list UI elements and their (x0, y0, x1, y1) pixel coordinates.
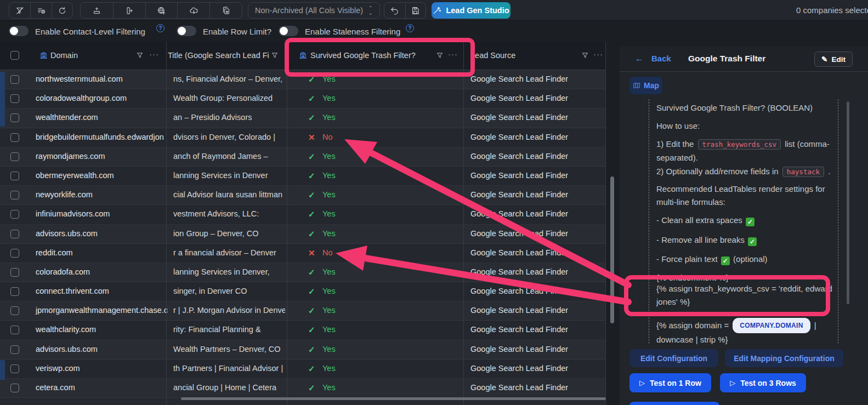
domain-cell[interactable]: bridgebuildermutualfunds.edwardjon (36, 133, 164, 141)
title-cell[interactable]: ancial Group | Home | Cetera (173, 383, 285, 392)
row-checkbox[interactable] (10, 249, 19, 258)
back-button[interactable]: ←Back (635, 54, 671, 64)
row-checkbox[interactable] (10, 326, 19, 334)
title-cell[interactable]: lanning Services in Denver (173, 171, 285, 180)
add-row-icon[interactable] (81, 3, 113, 18)
title-cell[interactable]: r | J.P. Morgan Advisor in Denver, (173, 306, 285, 315)
partially-visible-button[interactable] (629, 402, 719, 405)
row-checkbox[interactable] (10, 94, 19, 103)
globe-upload-icon[interactable] (145, 3, 178, 18)
undo-icon[interactable] (384, 3, 405, 18)
survived-cell[interactable]: Yes (322, 171, 336, 180)
clear-sort-icon[interactable] (30, 3, 51, 18)
column-header-domain[interactable]: Domain (50, 51, 78, 60)
survived-cell[interactable]: No (322, 248, 333, 257)
add-column-icon[interactable] (113, 3, 145, 18)
domain-cell[interactable]: northwesternmutual.com (36, 75, 123, 83)
domain-cell[interactable]: reddit.com (36, 248, 73, 257)
title-cell[interactable]: rity: Financial Planning & (173, 325, 285, 334)
map-button[interactable]: Map (629, 77, 662, 94)
lead-source-cell[interactable]: Google Search Lead Finder (470, 190, 568, 199)
filter-funnel-icon[interactable] (136, 52, 144, 59)
domain-cell[interactable]: newyorklife.com (36, 190, 93, 199)
survived-cell[interactable]: Yes (322, 345, 336, 353)
vertical-scrollbar[interactable] (610, 176, 614, 323)
edit-configuration-button[interactable]: Edit Configuration (629, 349, 718, 367)
survived-cell[interactable]: Yes (322, 94, 336, 102)
edit-button[interactable]: ✎Edit (814, 52, 853, 67)
filter-funnel-icon[interactable] (436, 52, 444, 59)
lead-source-cell[interactable]: Google Search Lead Finder (470, 267, 568, 276)
row-checkbox[interactable] (10, 287, 19, 296)
title-cell[interactable]: Wealth Group: Personalized (173, 94, 285, 102)
test-on-1-row-button[interactable]: ▷Test on 1 Row (629, 373, 711, 392)
title-cell[interactable]: singer, in Denver CO (173, 287, 285, 295)
survived-cell[interactable]: Yes (322, 267, 336, 276)
title-cell[interactable]: r a financial advisor – Denver (173, 248, 285, 257)
title-cell[interactable]: cial Advisor laura susan littman (173, 190, 285, 199)
domain-cell[interactable]: wealthtender.com (36, 113, 98, 122)
row-checkbox[interactable] (10, 210, 19, 219)
row-checkbox[interactable] (10, 75, 19, 84)
lead-source-cell[interactable]: Google Search Lead Finder (470, 306, 568, 315)
domain-cell[interactable]: cetera.com (36, 383, 75, 392)
lead-source-cell[interactable]: Google Search Lead Finder (470, 287, 568, 295)
row-checkbox[interactable] (10, 113, 19, 122)
help-icon[interactable]: ? (406, 24, 414, 32)
filter-off-icon[interactable] (9, 3, 30, 18)
panel-scrollbar[interactable] (847, 101, 849, 304)
contact-level-filtering-toggle[interactable] (9, 26, 29, 36)
title-cell[interactable]: ion Group – Denver, CO (173, 229, 285, 238)
column-header-title[interactable]: Title (Google Search Lead Fi (168, 51, 269, 60)
title-cell[interactable]: anch of Raymond James – (173, 152, 285, 161)
survived-cell[interactable]: Yes (322, 325, 336, 334)
domain-cell[interactable]: infiniumadvisors.com (36, 209, 110, 218)
staleness-filtering-toggle[interactable] (279, 26, 298, 36)
domain-cell[interactable]: wealthclarity.com (36, 325, 96, 334)
filter-funnel-icon[interactable] (271, 52, 279, 59)
survived-cell[interactable]: Yes (322, 75, 336, 83)
domain-cell[interactable]: raymondjames.com (36, 152, 105, 161)
title-cell[interactable]: dvisors in Denver, Colorado | (173, 133, 285, 141)
survived-cell[interactable]: Yes (322, 383, 336, 392)
domain-cell[interactable]: coloradofa.com (36, 267, 90, 276)
title-cell[interactable]: th Partners | Financial Advisor | (173, 364, 285, 373)
survived-cell[interactable]: Yes (322, 190, 336, 199)
survived-cell[interactable]: Yes (322, 152, 336, 161)
edit-mapping-configuration-button[interactable]: Edit Mapping Configuration (725, 349, 843, 367)
lead-source-cell[interactable]: Google Search Lead Finder (470, 383, 568, 392)
cloud-download-icon[interactable] (177, 3, 209, 18)
lead-source-cell[interactable]: Google Search Lead Finder (470, 75, 568, 83)
row-checkbox[interactable] (10, 345, 19, 354)
row-checkbox[interactable] (10, 191, 19, 199)
select-all-checkbox[interactable] (10, 51, 19, 60)
row-checkbox[interactable] (10, 384, 19, 392)
help-icon[interactable]: ? (156, 24, 164, 32)
save-icon[interactable] (405, 3, 426, 18)
lead-source-cell[interactable]: Google Search Lead Finder (470, 171, 568, 180)
row-checkbox[interactable] (10, 133, 19, 142)
row-limit-toggle[interactable] (177, 26, 196, 36)
duplicate-sparkle-icon[interactable] (209, 3, 242, 18)
column-header-lead-source[interactable]: Lead Source (470, 51, 515, 60)
survived-cell[interactable]: Yes (322, 113, 336, 122)
column-header-survived-filter[interactable]: Survived Google Trash Filter? (310, 51, 416, 60)
title-cell[interactable]: lanning Services in Denver, (173, 267, 285, 276)
lead-source-cell[interactable]: Google Search Lead Finder (470, 133, 568, 141)
domain-cell[interactable]: connect.thrivent.com (36, 287, 109, 295)
row-checkbox[interactable] (10, 172, 19, 180)
lead-source-cell[interactable]: Google Search Lead Finder (470, 325, 568, 334)
view-selector-dropdown[interactable]: Non-Archived (All Cols Visible) ⌃⌄ (248, 2, 380, 19)
survived-cell[interactable]: Yes (322, 306, 336, 315)
lead-source-cell[interactable]: Google Search Lead Finder (470, 94, 568, 102)
survived-cell[interactable]: Yes (322, 209, 336, 218)
title-cell[interactable]: ns, Financial Advisor – Denver, (173, 75, 285, 83)
domain-cell[interactable]: advisors.ubs.com (36, 229, 98, 238)
lead-gen-studio-button[interactable]: Lead Gen Studio (432, 2, 510, 19)
column-menu-icon[interactable]: ··· (448, 49, 458, 59)
survived-cell[interactable]: Yes (322, 364, 336, 373)
lead-source-cell[interactable]: Google Search Lead Finder (470, 113, 568, 122)
title-cell[interactable]: vestment Advisors, LLC: (173, 209, 285, 218)
survived-cell[interactable]: Yes (322, 287, 336, 295)
lead-source-cell[interactable]: Google Search Lead Finder (470, 229, 568, 238)
